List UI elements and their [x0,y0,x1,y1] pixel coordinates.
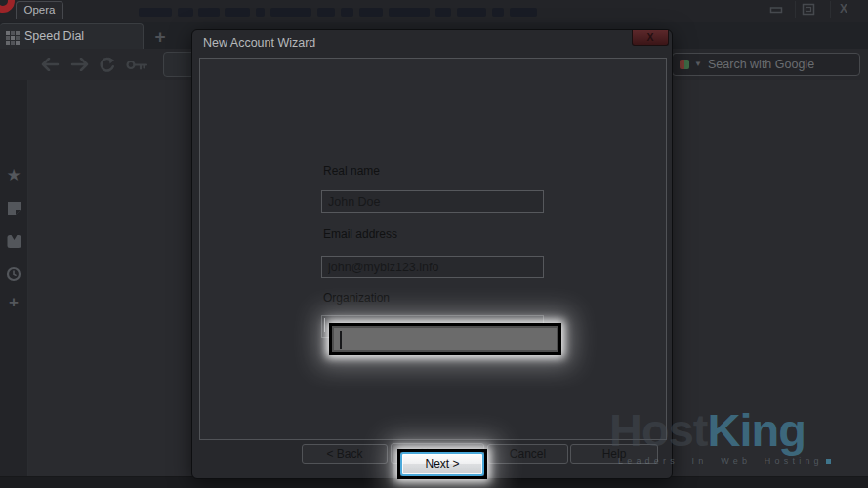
panel-sidebar: ★ + [0,80,28,476]
text-caret [340,331,342,349]
forward-arrow-icon [70,58,89,71]
add-panel-button[interactable]: + [0,291,27,312]
back-button[interactable] [37,49,62,80]
add-panel-plus-icon: + [9,294,19,310]
window-close-icon: X [840,2,847,16]
dimmed-text-blob [139,8,172,17]
dimmed-text-blob [435,8,451,17]
bookmarks-star-icon: ★ [6,167,21,183]
tab-speed-dial[interactable]: Speed Dial [0,23,144,49]
window-titlebar: Opera X [0,0,868,22]
email-address-input[interactable] [321,256,544,278]
search-box[interactable]: ▼ [672,53,860,76]
back-arrow-icon [41,58,60,71]
back-button-dialog[interactable]: < Back [302,444,388,464]
dimmed-text-blob [457,8,486,17]
dimmed-text-blob [198,8,220,17]
maximize-button[interactable] [795,1,821,18]
bookmarks-panel-button[interactable]: ★ [0,164,27,185]
dialog-close-icon: X [646,31,653,43]
forward-button[interactable] [66,49,92,80]
dimmed-text-blob [389,8,430,17]
google-favicon-icon [680,60,689,69]
dimmed-text-blob [317,8,335,17]
dimmed-text-blob [225,8,250,17]
reload-button[interactable] [95,49,120,80]
real-name-input[interactable] [321,190,544,213]
organization-caret [324,318,325,332]
key-icon [126,60,148,70]
search-dropdown-icon[interactable]: ▼ [694,60,702,68]
opera-menu-button[interactable]: Opera [16,1,63,19]
wizard-content-panel: Real name Email address Organization [199,58,667,440]
downloads-panel-button[interactable] [0,230,27,252]
dialog-close-button[interactable]: X [632,30,669,46]
history-clock-icon [6,266,21,282]
new-tab-plus-icon: + [154,26,165,47]
dimmed-text-blob [178,8,193,17]
search-input[interactable] [706,55,852,74]
dialog-title: New Account Wizard [203,36,315,50]
password-key-button[interactable] [124,49,149,80]
new-account-wizard-dialog: New Account Wizard X Real name Email add… [191,29,673,479]
dimmed-text-blob [256,8,265,17]
reload-icon [99,57,116,73]
cancel-button-dialog[interactable]: Cancel [487,444,568,464]
downloads-icon [7,234,21,249]
dimmed-text-blob [359,8,383,17]
organization-label: Organization [323,291,390,305]
next-button-face[interactable]: Next > [400,452,484,476]
close-button[interactable]: X [830,1,856,18]
notes-panel-button[interactable] [0,197,27,219]
minimize-icon [769,1,783,18]
opera-browser-window: Opera X [0,0,868,488]
organization-field-callout[interactable] [329,323,561,355]
notes-icon [7,201,21,215]
maximize-icon [802,1,815,18]
dimmed-text-blob [492,8,504,17]
opera-logo-icon [0,0,15,13]
real-name-label: Real name [323,164,380,178]
email-address-label: Email address [323,227,397,241]
dimmed-text-blob [341,8,353,17]
dimmed-text-blob [270,8,311,17]
tab-label: Speed Dial [24,29,84,43]
new-tab-button[interactable]: + [146,26,174,48]
speed-dial-grid-icon [6,30,21,45]
dimmed-text-blob [510,8,537,17]
history-panel-button[interactable] [0,264,27,285]
next-button-callout[interactable]: Next > [397,449,487,479]
minimize-button[interactable] [763,1,789,18]
help-button-dialog[interactable]: Help [570,444,658,464]
